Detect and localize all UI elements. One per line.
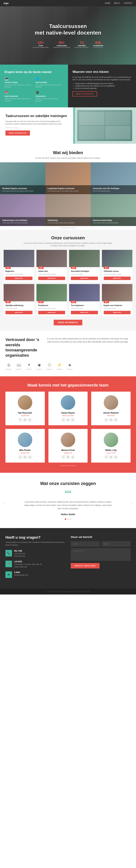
social-icon-f[interactable]: f (104, 455, 108, 459)
course-desc: Lorem ipsum dolor sit amet. (38, 307, 65, 309)
nav-link-contact[interactable]: CONTACT (124, 2, 132, 4)
testimonial-arrow-right[interactable]: › (132, 501, 133, 505)
testimonial-dot[interactable] (70, 519, 71, 520)
biz-text: Taalcursussen en zakelijke trainingen Ta… (0, 107, 74, 144)
testimonial-dots (11, 519, 125, 520)
offer-overlay: Langdurige Engelse cursussen Lorem ipsum… (45, 185, 91, 194)
course-desc: Lorem ipsum dolor sit amet. (104, 273, 131, 275)
team-card: Mila Parker Quelitie titel ftwin (5, 429, 45, 463)
contact-title: Heeft u nog vragen? (5, 535, 65, 539)
offer-item-title: Langdurige Engelse cursussen (47, 187, 89, 189)
contact-section: Heeft u nog vragen? Aenean pretium ex ac… (0, 528, 136, 588)
social-icon-in[interactable]: in (28, 418, 32, 422)
testimonial-dot[interactable] (67, 519, 69, 520)
course-btn[interactable]: MEER INFO (5, 311, 33, 314)
contact-item: 📍 LOCATIE 1234 Street, 27 Avenue, New Yo… (5, 561, 65, 568)
form-message-input[interactable] (71, 548, 131, 561)
contact-form: Stuur uw bericht BERICHT VERSTUREN (71, 535, 131, 581)
offer-item-title: Examenvoorbereiding (93, 219, 134, 221)
course-btn[interactable]: MEER INFO (104, 311, 131, 314)
social-icon-tw[interactable]: tw (109, 455, 113, 459)
team-section: Maak kennis met het gepassioneerde team … (0, 376, 136, 473)
social-icon-in[interactable]: in (71, 455, 75, 459)
testimonial-arrow-left[interactable]: ‹ (3, 501, 4, 505)
social-icon-in[interactable]: in (114, 418, 118, 422)
quote-mark: ““ (11, 490, 125, 499)
team-role: Quelitie titel (9, 415, 41, 416)
hero-stat: 80kStudentenAl leren bij ons (93, 40, 103, 48)
biz-section: Taalcursussen en zakelijke trainingen Ta… (0, 107, 136, 144)
social-icon-in[interactable]: in (28, 455, 32, 459)
course-btn[interactable]: MEER INFO (71, 311, 98, 314)
testimonial-author: Hellen Smith (11, 513, 125, 516)
team-avatar (18, 395, 32, 410)
feature-grid: 💻ONLINE LESSENLorem ipsum dolor sit amet… (5, 77, 63, 102)
course-title: Tros beginners (71, 304, 98, 307)
contact-item: 📞 BEL ONE (702) 555-0122(702) 555-0133 (5, 550, 65, 557)
course-img: $20 (4, 284, 34, 301)
logo-label: CONTACT (36, 369, 42, 370)
stat-num: 50+ (53, 40, 70, 45)
nav-link-about[interactable]: ABOUT (114, 2, 120, 4)
team-social-row: ftwin (52, 418, 84, 422)
waarom-btn[interactable]: MEER INFORMATIE (73, 91, 97, 96)
offer-overlay: Taaltrainingen voor bedrijven Lorem ipsu… (0, 217, 45, 226)
testimonial-dot[interactable] (65, 519, 66, 520)
contact-item-line: info@example.com (14, 574, 28, 577)
offer-title: Wat wij bieden (4, 150, 132, 155)
logo-icon: ✦ (26, 362, 32, 368)
course-btn[interactable]: MEER INFO (104, 277, 131, 280)
social-icon-tw[interactable]: tw (23, 455, 27, 459)
offer-header: Wat wij bieden Ut enim ad minim veniam, … (0, 144, 136, 162)
social-icon-f[interactable]: f (61, 418, 65, 422)
course-btn[interactable]: MEER INFO (38, 277, 65, 280)
team-social-row: ftwin (9, 455, 41, 459)
form-email-input[interactable] (101, 541, 131, 547)
courses-more-btn-wrap: MEER INFORMATIE (4, 320, 132, 326)
team-avatar (104, 433, 118, 447)
biz-img-placeholder (77, 110, 132, 141)
stat-desc: Opleidingen voor iedereen (53, 46, 70, 48)
stat-label: Cursussen (53, 45, 70, 46)
contact-item-text: E-MAIL info@example.com (14, 571, 28, 578)
course-btn[interactable]: MEER INFO (38, 311, 65, 314)
testimonial-text: Lorem ipsum dolor sit amet, consectetur … (23, 500, 114, 510)
course-img: $19 (4, 250, 34, 267)
social-icon-f[interactable]: f (18, 455, 22, 459)
offer-item-desc: Ut enim ad minim veniam quis exercitatio… (47, 222, 89, 224)
logo-item: ◈ CONTACT (66, 362, 73, 370)
testimonial-title: Wat onze cursisten zeggen (11, 481, 125, 486)
social-icon-tw[interactable]: tw (66, 455, 70, 459)
offer-item: Taaltrainingen voor bedrijven Lorem ipsu… (0, 194, 45, 226)
logo-label: CONTACT (16, 369, 22, 370)
course-badge: $22 (38, 301, 44, 303)
form-name-input[interactable] (71, 541, 100, 547)
logo-icon: ⚡ (56, 362, 63, 368)
course-btn[interactable]: MEER INFO (71, 277, 98, 280)
courses-more-btn[interactable]: MEER INFORMATIE (54, 320, 82, 326)
social-icon-in[interactable]: in (71, 418, 75, 422)
offer-section: Wat wij bieden Ut enim ad minim veniam, … (0, 144, 136, 230)
logos-row: ◎ CONTACT 📖 CONTACT ✦ CONTACT ◉ CONTACT … (5, 362, 131, 370)
form-submit-btn[interactable]: BERICHT VERSTUREN (71, 563, 99, 568)
team-name: Sasha Rayne (52, 412, 84, 414)
social-icon-f[interactable]: f (104, 418, 108, 422)
social-icon-f[interactable]: f (18, 418, 22, 422)
course-img: $49 (69, 284, 100, 301)
nav-link-home[interactable]: HOME (105, 2, 110, 4)
offer-item-desc: Ut enim ad nostrud exercit. (93, 190, 134, 192)
course-badge: $35 (71, 267, 76, 269)
stat-label: Studenten (93, 45, 103, 46)
waarom-bullet: Elk de woordvraag nagenoeg (75, 87, 132, 89)
social-icon-tw[interactable]: tw (23, 418, 27, 422)
social-icon-in[interactable]: in (114, 455, 118, 459)
contact-item-line: 1234 Street, 27 Avenue, New York, NY (14, 563, 42, 566)
social-icon-tw[interactable]: tw (109, 418, 113, 422)
social-icon-f[interactable]: f (61, 455, 65, 459)
offer-overlay: Cursussen voor 30+ leerlingen Ut enim ad… (91, 185, 136, 194)
course-btn[interactable]: MEER INFO (5, 277, 33, 280)
biz-btn[interactable]: MEER INFORMATIE (5, 130, 30, 135)
social-icon-tw[interactable]: tw (66, 418, 70, 422)
courses-grid: $19 Beginners Lorem ipsum dolor sit amet… (4, 250, 132, 316)
course-card: $20 Zakelijke taaltraining Lorem ipsum d… (4, 284, 34, 316)
